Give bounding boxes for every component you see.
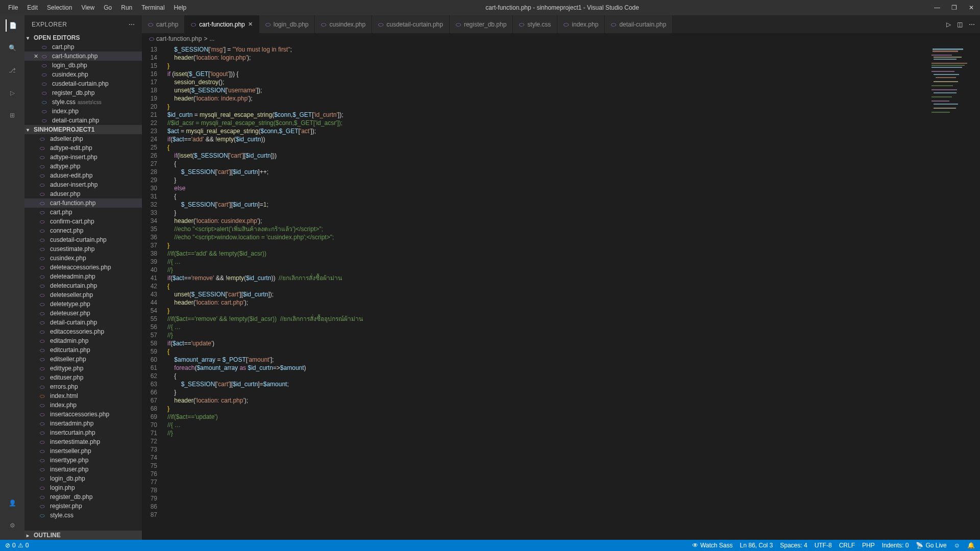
menu-run[interactable]: Run [117,2,136,13]
split-editor-icon[interactable]: ◫ [957,21,963,28]
open-editor-item[interactable]: ⬭cart.php [24,42,142,52]
more-icon[interactable]: ⋯ [129,21,135,28]
file-item[interactable]: ⬭adseller.php [24,134,142,143]
file-item[interactable]: ⬭deletecurtain.php [24,281,142,290]
file-item[interactable]: ⬭aduser-edit.php [24,171,142,180]
close-icon[interactable]: ✕ [248,21,253,28]
minimap[interactable] [929,44,980,540]
open-editor-item[interactable]: ⬭cusindex.php [24,70,142,79]
menu-selection[interactable]: Selection [43,2,76,13]
file-item[interactable]: ⬭cusestimate.php [24,244,142,254]
menu-terminal[interactable]: Terminal [137,2,168,13]
file-item[interactable]: ⬭deleteuser.php [24,309,142,318]
file-item[interactable]: ⬭editadmin.php [24,336,142,345]
breadcrumb[interactable]: ⬭ cart-function.php > ... [142,33,980,44]
file-item[interactable]: ⬭deleteadmin.php [24,272,142,281]
file-item[interactable]: ⬭cart-function.php [24,198,142,208]
status-lncol[interactable]: Ln 86, Col 3 [740,542,773,549]
tab[interactable]: ⬭register_db.php [450,15,513,33]
tab[interactable]: ⬭cart.php [142,15,185,33]
file-item[interactable]: ⬭index.php [24,400,142,410]
run-debug-icon[interactable]: ▷ [6,87,18,99]
status-indents[interactable]: Indents: 0 [882,542,909,549]
more-actions-icon[interactable]: ⋯ [969,21,975,28]
status-golive[interactable]: 📡 Go Live [916,542,946,549]
menu-go[interactable]: Go [100,2,116,13]
open-editor-item[interactable]: ⬭register_db.php [24,88,142,97]
menu-help[interactable]: Help [170,2,191,13]
file-item[interactable]: ⬭style.css [24,511,142,520]
file-item[interactable]: ⬭edittype.php [24,364,142,373]
file-item[interactable]: ⬭detail-curtain.php [24,318,142,327]
file-item[interactable]: ⬭inserttype.php [24,456,142,465]
status-eol[interactable]: CRLF [839,542,855,549]
file-item[interactable]: ⬭connect.php [24,226,142,235]
file-item[interactable]: ⬭insertestimate.php [24,437,142,446]
tab[interactable]: ⬭index.php [557,15,605,33]
tab[interactable]: ⬭cusdetail-curtain.php [372,15,450,33]
file-item[interactable]: ⬭editcurtain.php [24,345,142,355]
file-item[interactable]: ⬭edituser.php [24,373,142,382]
settings-icon[interactable]: ⚙ [6,519,18,532]
status-bell-icon[interactable]: 🔔 [967,542,975,549]
file-item[interactable]: ⬭editseller.php [24,355,142,364]
file-item[interactable]: ⬭insertaccessories.php [24,410,142,419]
file-item[interactable]: ⬭cusindex.php [24,254,142,263]
file-item[interactable]: ⬭register_db.php [24,492,142,502]
file-item[interactable]: ⬭deletetype.php [24,299,142,309]
file-item[interactable]: ⬭insertseller.php [24,446,142,456]
file-item[interactable]: ⬭login.php [24,483,142,492]
extensions-icon[interactable]: ⊞ [6,109,18,121]
file-item[interactable]: ⬭aduser.php [24,189,142,198]
tab[interactable]: ⬭detail-curtain.php [605,15,673,33]
file-item[interactable]: ⬭adtype-edit.php [24,143,142,153]
file-item[interactable]: ⬭editaccessories.php [24,327,142,336]
status-encoding[interactable]: UTF-8 [815,542,832,549]
explorer-icon[interactable]: 📄 [6,19,18,32]
run-icon[interactable]: ▷ [946,21,951,28]
minimize-icon[interactable]: — [934,4,941,11]
tab[interactable]: ⬭cart-function.php✕ [185,15,259,33]
file-item[interactable]: ⬭confirm-cart.php [24,217,142,226]
file-item[interactable]: ⬭insertuser.php [24,465,142,474]
close-icon[interactable]: ✕ [969,4,976,11]
tab[interactable]: ⬭style.css [513,15,557,33]
tab[interactable]: ⬭login_db.php [259,15,315,33]
file-item[interactable]: ⬭index.html [24,391,142,400]
account-icon[interactable]: 👤 [6,497,18,509]
maximize-icon[interactable]: ❐ [951,4,959,11]
file-item[interactable]: ⬭register.php [24,502,142,511]
tab[interactable]: ⬭cusindex.php [315,15,372,33]
search-icon[interactable]: 🔍 [6,42,18,54]
menu-edit[interactable]: Edit [23,2,42,13]
project-section[interactable]: ▾ SINHOMEPROJECT1 [24,125,142,134]
file-item[interactable]: ⬭errors.php [24,382,142,391]
outline-section[interactable]: ▸ OUTLINE [24,531,142,540]
menu-file[interactable]: File [4,2,22,13]
file-item[interactable]: ⬭adtype.php [24,162,142,171]
status-feedback-icon[interactable]: ☺ [954,542,960,549]
open-editor-item[interactable]: ⬭login_db.php [24,61,142,70]
menu-view[interactable]: View [77,2,99,13]
code-editor[interactable]: 1314151617181920212223242526272829303132… [142,44,980,540]
open-editors-section[interactable]: ▾ OPEN EDITORS [24,33,142,42]
file-item[interactable]: ⬭cart.php [24,208,142,217]
status-watch-sass[interactable]: 👁 Watch Sass [692,542,733,549]
file-item[interactable]: ⬭aduser-insert.php [24,180,142,189]
file-item[interactable]: ⬭deleteaccessories.php [24,263,142,272]
file-item[interactable]: ⬭cusdetail-curtain.php [24,235,142,244]
open-editor-item[interactable]: ✕⬭cart-function.php [24,52,142,61]
status-lang[interactable]: PHP [862,542,875,549]
file-item[interactable]: ⬭login_db.php [24,474,142,483]
open-editor-item[interactable]: ⬭detail-curtain.php [24,116,142,125]
file-item[interactable]: ⬭adtype-insert.php [24,153,142,162]
open-editor-item[interactable]: ⬭index.php [24,107,142,116]
status-errors[interactable]: ⊘ 0 ⚠ 0 [5,542,29,549]
file-item[interactable]: ⬭insertadmin.php [24,419,142,428]
file-item[interactable]: ⬭deleteseller.php [24,290,142,299]
source-control-icon[interactable]: ⎇ [6,64,18,77]
open-editor-item[interactable]: ⬭cusdetail-curtain.php [24,79,142,88]
file-item[interactable]: ⬭insertcurtain.php [24,428,142,437]
status-spaces[interactable]: Spaces: 4 [780,542,807,549]
open-editor-item[interactable]: ⬭style.cssassets\css [24,97,142,107]
